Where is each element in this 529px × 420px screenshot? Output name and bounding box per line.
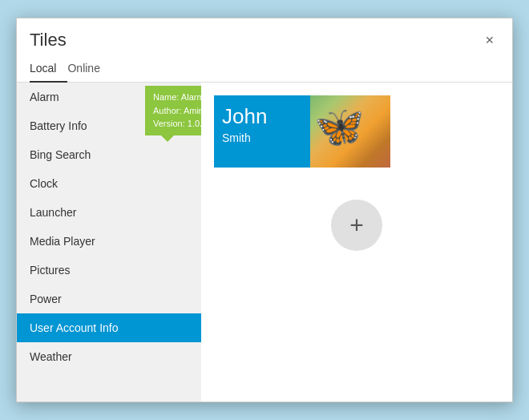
list-item-launcher[interactable]: Launcher	[17, 198, 201, 227]
tooltip-line2: Author: Amine Dries	[153, 104, 201, 118]
tiles-dialog: Tiles ✕ Local Online Name: Alarm Author:…	[16, 18, 513, 402]
list-item-power[interactable]: Power	[17, 285, 201, 313]
list-panel: Name: Alarm Author: Amine Dries Version:…	[17, 83, 201, 402]
main-panel: John Smith +	[201, 83, 512, 402]
tile-last-name: Smith	[222, 131, 302, 144]
alarm-tooltip: Name: Alarm Author: Amine Dries Version:…	[145, 86, 201, 135]
dialog-title: Tiles	[30, 30, 67, 50]
tabs-bar: Local Online	[17, 57, 512, 83]
tile-image	[310, 95, 390, 168]
tooltip-line3: Version: 1.0.0	[153, 117, 201, 131]
add-tile-button[interactable]: +	[331, 200, 382, 251]
list-item-clock[interactable]: Clock	[17, 169, 201, 198]
butterfly-image	[310, 95, 390, 168]
list-item-media-player[interactable]: Media Player	[17, 227, 201, 256]
content-area: Name: Alarm Author: Amine Dries Version:…	[17, 83, 512, 402]
list-item-bing-search[interactable]: Bing Search	[17, 140, 201, 169]
tile-first-name: John	[222, 105, 302, 128]
close-button[interactable]: ✕	[480, 33, 499, 47]
title-bar: Tiles ✕	[17, 18, 512, 57]
list-item-user-account-info[interactable]: User Account Info	[17, 313, 201, 342]
tile-text: John Smith	[214, 95, 310, 168]
user-tile: John Smith	[214, 95, 390, 168]
list-item-weather[interactable]: Weather	[17, 342, 201, 371]
list-item-pictures[interactable]: Pictures	[17, 256, 201, 285]
main-content-center: +	[214, 184, 499, 389]
tab-local[interactable]: Local	[30, 57, 67, 83]
tooltip-line1: Name: Alarm	[153, 91, 201, 104]
tab-online[interactable]: Online	[67, 57, 111, 83]
